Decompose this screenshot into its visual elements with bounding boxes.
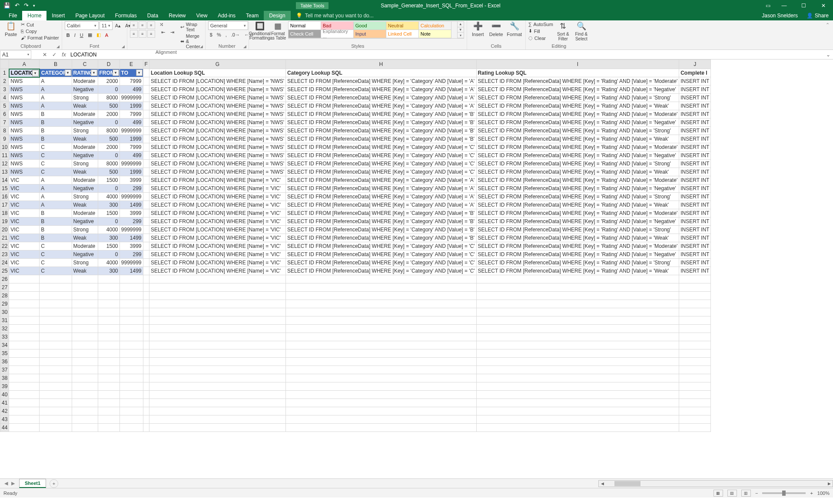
cell[interactable]: SELECT ID FROM [ReferenceData] WHERE [Ke… [286, 226, 477, 234]
row-header-23[interactable]: 23 [0, 250, 9, 259]
cell[interactable] [40, 415, 72, 424]
cell[interactable]: Negative [72, 119, 98, 127]
cell[interactable]: Moderate [72, 143, 98, 152]
cell[interactable] [143, 308, 149, 316]
cell[interactable]: Weak [72, 201, 98, 209]
cell[interactable] [119, 399, 143, 407]
table-header-location[interactable]: LOCATION▾ [9, 69, 40, 77]
cell[interactable]: Negative [72, 217, 98, 226]
cell[interactable] [476, 292, 679, 300]
cell[interactable] [476, 325, 679, 333]
cell[interactable] [143, 127, 149, 135]
cell[interactable]: NWS [9, 110, 40, 119]
column-header-G[interactable]: G [149, 60, 285, 69]
cell[interactable]: 7999 [119, 110, 143, 119]
column-header-A[interactable]: A [9, 60, 40, 69]
cell[interactable]: Negative [72, 152, 98, 160]
normal-view-icon[interactable]: ▦ [714, 490, 723, 497]
cell[interactable]: B [40, 226, 72, 234]
cell[interactable]: NWS [9, 127, 40, 135]
cell[interactable]: SELECT ID FROM [ReferenceData] WHERE [Ke… [476, 250, 679, 259]
cell[interactable]: 3999 [119, 242, 143, 250]
fill-color-button[interactable]: ◧ [95, 31, 103, 39]
row-header-2[interactable]: 2 [0, 77, 9, 86]
cell[interactable] [149, 349, 285, 358]
cell[interactable] [149, 316, 285, 325]
number-format-combo[interactable]: General▾ [208, 21, 248, 30]
cell[interactable] [143, 102, 149, 110]
align-bottom-icon[interactable]: ≡ [147, 21, 155, 29]
table-header-rating[interactable]: RATING▾ [72, 69, 98, 77]
cell[interactable]: NWS [9, 102, 40, 110]
cell[interactable] [286, 424, 477, 432]
cell[interactable]: C [40, 259, 72, 267]
column-header-I[interactable]: I [476, 60, 679, 69]
paste-button[interactable]: 📋 Paste [3, 21, 19, 37]
cell[interactable] [149, 275, 285, 283]
cell[interactable]: SELECT ID FROM [ReferenceData] WHERE [Ke… [476, 193, 679, 201]
cell[interactable]: 299 [119, 184, 143, 193]
cell[interactable] [149, 300, 285, 308]
cell[interactable]: SELECT ID FROM [ReferenceData] WHERE [Ke… [286, 217, 477, 226]
cell[interactable]: 500 [98, 102, 119, 110]
cell[interactable] [40, 407, 72, 415]
align-top-icon[interactable]: ≡ [130, 21, 138, 29]
cell[interactable]: SELECT ID FROM [ReferenceData] WHERE [Ke… [476, 176, 679, 184]
cell[interactable] [286, 316, 477, 325]
cell[interactable]: SELECT ID FROM [LOCATION] WHERE [Name] =… [149, 184, 285, 193]
cell[interactable] [679, 382, 711, 391]
row-header-9[interactable]: 9 [0, 135, 9, 143]
cell[interactable] [72, 349, 98, 358]
cell[interactable]: VIC [9, 217, 40, 226]
alignment-dialog-launcher[interactable]: ◢ [200, 44, 204, 49]
cell[interactable]: 1499 [119, 201, 143, 209]
increase-font-icon[interactable]: A▴ [113, 21, 123, 30]
cell[interactable]: SELECT ID FROM [LOCATION] WHERE [Name] =… [149, 209, 285, 217]
row-header-17[interactable]: 17 [0, 201, 9, 209]
cell[interactable] [679, 308, 711, 316]
cell[interactable]: Moderate [72, 242, 98, 250]
cell[interactable] [476, 424, 679, 432]
cell[interactable] [286, 325, 477, 333]
cell[interactable]: SELECT ID FROM [LOCATION] WHERE [Name] =… [149, 77, 285, 86]
cell[interactable]: SELECT ID FROM [ReferenceData] WHERE [Ke… [476, 152, 679, 160]
cell[interactable] [119, 374, 143, 382]
style-explanatory-[interactable]: Explanatory ... [321, 30, 354, 38]
cell[interactable] [98, 333, 119, 341]
cell[interactable] [9, 374, 40, 382]
cell[interactable]: 499 [119, 152, 143, 160]
cell[interactable] [149, 382, 285, 391]
cell[interactable]: SELECT ID FROM [ReferenceData] WHERE [Ke… [286, 259, 477, 267]
cell[interactable] [149, 424, 285, 432]
cell[interactable]: NWS [9, 160, 40, 168]
cell[interactable]: SELECT ID FROM [ReferenceData] WHERE [Ke… [476, 77, 679, 86]
cell[interactable]: 8000 [98, 160, 119, 168]
cell[interactable]: INSERT INT [679, 110, 711, 119]
cell[interactable]: Strong [72, 160, 98, 168]
cell[interactable] [143, 110, 149, 119]
cell[interactable] [119, 382, 143, 391]
cell[interactable] [9, 292, 40, 300]
cell[interactable]: SELECT ID FROM [LOCATION] WHERE [Name] =… [149, 226, 285, 234]
cell[interactable]: 1499 [119, 267, 143, 275]
expand-formula-bar-icon[interactable]: ⌄ [823, 50, 833, 59]
cell[interactable] [143, 267, 149, 275]
cell[interactable]: SELECT ID FROM [ReferenceData] WHERE [Ke… [286, 102, 477, 110]
worksheet-grid[interactable]: ABCDEFGHIJ 1LOCATION▾CATEGORY▾RATING▾FRO… [0, 59, 833, 478]
cell[interactable]: 9999999 [119, 259, 143, 267]
row-header-34[interactable]: 34 [0, 341, 9, 349]
number-dialog-launcher[interactable]: ◢ [243, 44, 248, 49]
cell[interactable]: SELECT ID FROM [LOCATION] WHERE [Name] =… [149, 160, 285, 168]
cell[interactable] [476, 415, 679, 424]
cell[interactable] [679, 292, 711, 300]
cell[interactable] [98, 374, 119, 382]
row-header-43[interactable]: 43 [0, 415, 9, 424]
cell[interactable]: Negative [72, 184, 98, 193]
cell[interactable] [286, 382, 477, 391]
cell[interactable]: SELECT ID FROM [ReferenceData] WHERE [Ke… [476, 234, 679, 242]
cell[interactable] [72, 366, 98, 374]
cell[interactable]: SELECT ID FROM [ReferenceData] WHERE [Ke… [476, 259, 679, 267]
cell[interactable]: Weak [72, 102, 98, 110]
cell[interactable] [119, 341, 143, 349]
filter-button-from[interactable]: ▾ [113, 69, 119, 76]
